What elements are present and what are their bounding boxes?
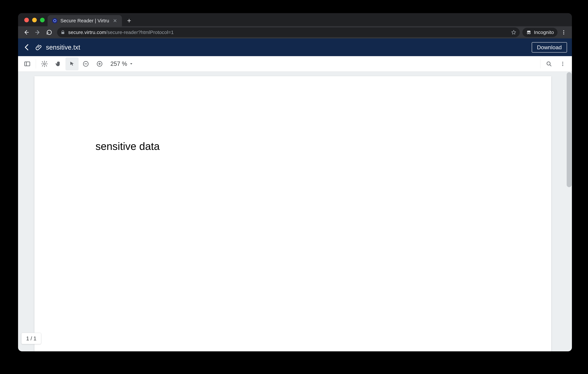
svg-point-1 — [527, 32, 529, 34]
lock-icon — [60, 30, 65, 35]
new-tab-button[interactable] — [125, 16, 134, 25]
window-minimize-button[interactable] — [32, 18, 37, 22]
incognito-indicator[interactable]: Incognito — [522, 28, 557, 37]
app-back-button[interactable] — [22, 42, 32, 53]
window-close-button[interactable] — [24, 18, 29, 22]
svg-rect-0 — [61, 32, 64, 34]
plus-icon — [126, 18, 132, 23]
separator — [36, 59, 36, 68]
back-icon — [23, 29, 30, 36]
viewer-more-button[interactable] — [556, 57, 569, 70]
browser-window: Secure Reader | Virtru — [18, 13, 572, 351]
tab-title: Secure Reader | Virtru — [60, 18, 109, 23]
incognito-icon — [526, 30, 532, 35]
separator — [540, 59, 540, 68]
viewer-body: sensitive data 1 / 1 — [18, 72, 572, 351]
svg-point-13 — [562, 65, 563, 66]
pan-tool-button[interactable] — [52, 57, 65, 70]
cursor-icon — [69, 61, 75, 67]
chevron-left-icon — [23, 43, 31, 51]
svg-point-11 — [562, 62, 563, 63]
zoom-out-icon — [83, 61, 89, 67]
settings-button[interactable] — [38, 57, 51, 70]
tab-strip: Secure Reader | Virtru — [18, 13, 572, 26]
browser-menu-button[interactable] — [558, 27, 569, 38]
tab-active[interactable]: Secure Reader | Virtru — [48, 15, 122, 26]
page-total: 1 — [33, 335, 36, 342]
window-controls — [22, 18, 48, 26]
svg-point-2 — [529, 32, 531, 34]
tab-favicon — [52, 18, 57, 23]
svg-point-5 — [563, 33, 564, 34]
search-icon — [546, 61, 552, 67]
forward-icon — [34, 29, 41, 36]
viewer-toolbar: 257 % — [18, 56, 572, 72]
panel-toggle-button[interactable] — [21, 57, 34, 70]
gear-icon — [41, 60, 48, 67]
zoom-in-button[interactable] — [93, 57, 106, 70]
url-path: /secure-reader?htmlProtocol=1 — [106, 30, 174, 35]
hand-icon — [55, 60, 62, 67]
kebab-icon — [561, 30, 567, 35]
zoom-in-icon — [96, 61, 103, 67]
incognito-label: Incognito — [534, 30, 554, 35]
address-bar[interactable]: secure.virtru.com/secure-reader?htmlProt… — [57, 27, 520, 37]
svg-point-4 — [563, 32, 564, 33]
more-vert-icon — [560, 61, 566, 67]
paperclip-icon — [35, 43, 43, 51]
document-text: sensitive data — [34, 76, 551, 152]
svg-rect-6 — [25, 62, 30, 66]
page-sep: / — [31, 335, 32, 342]
document-page[interactable]: sensitive data — [34, 76, 551, 351]
nav-forward-button[interactable] — [32, 27, 43, 38]
svg-point-3 — [563, 30, 564, 31]
reload-icon — [46, 29, 52, 36]
browser-toolbar: secure.virtru.com/secure-reader?htmlProt… — [18, 26, 572, 38]
window-zoom-button[interactable] — [40, 18, 45, 22]
page-counter: 1 / 1 — [21, 333, 41, 344]
panel-toggle-icon — [24, 60, 31, 67]
search-button[interactable] — [542, 57, 556, 70]
select-tool-button[interactable] — [65, 57, 79, 70]
filename-label: sensitive.txt — [46, 44, 80, 51]
zoom-out-button[interactable] — [79, 57, 92, 70]
vertical-scrollbar[interactable] — [567, 72, 572, 187]
nav-back-button[interactable] — [21, 27, 32, 38]
zoom-value: 257 % — [110, 60, 127, 67]
reload-button[interactable] — [44, 27, 54, 38]
download-button[interactable]: Download — [532, 42, 567, 53]
svg-point-7 — [43, 63, 45, 65]
url-host: secure.virtru.com — [68, 30, 106, 35]
zoom-dropdown[interactable]: 257 % — [109, 59, 135, 68]
caret-down-icon — [129, 62, 133, 66]
close-icon[interactable] — [112, 18, 118, 24]
star-icon[interactable] — [511, 30, 516, 35]
address-url: secure.virtru.com/secure-reader?htmlProt… — [68, 30, 174, 35]
app-header: sensitive.txt Download — [18, 38, 572, 56]
page-current: 1 — [26, 335, 29, 342]
svg-point-12 — [562, 63, 563, 64]
